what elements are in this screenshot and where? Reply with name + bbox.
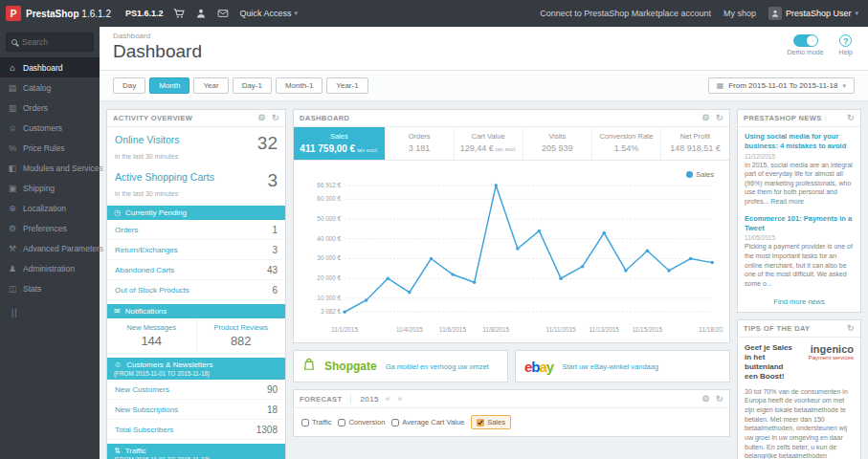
- svg-text:11/18/201: 11/18/201: [699, 326, 723, 333]
- online-visitors-link[interactable]: Online Visitors: [115, 134, 180, 145]
- new-messages-cell[interactable]: New Messages 144: [107, 318, 197, 353]
- page-title: Dashboard: [113, 41, 855, 62]
- kpi-value: 411 759,00 €: [300, 143, 355, 154]
- my-shop-link[interactable]: My shop: [723, 9, 756, 18]
- new-subscriptions-link[interactable]: New Subscriptions: [115, 405, 178, 414]
- kpi-visits[interactable]: Visits 205 939: [523, 127, 592, 160]
- sidebar-item-stats[interactable]: ◫Stats: [0, 278, 100, 298]
- sidebar-item-advanced-parameters[interactable]: ⚒Advanced Parameters: [0, 238, 100, 258]
- sidebar-item-price-rules[interactable]: %Price Rules: [0, 138, 100, 158]
- main-area: Dashboard Dashboard Demo mode ? Help Day…: [100, 27, 868, 459]
- range-button-month[interactable]: Month: [149, 77, 189, 94]
- refresh-icon[interactable]: ↻: [847, 324, 855, 333]
- refresh-icon[interactable]: ↻: [716, 114, 723, 122]
- kpi-conversion-rate[interactable]: Conversion Rate 1.54%: [592, 127, 661, 160]
- sidebar-item-shipping[interactable]: ▣Shipping: [0, 178, 100, 198]
- kpi-label: Cart Value: [456, 132, 521, 141]
- sidebar-item-orders[interactable]: ▥Orders: [0, 98, 100, 118]
- kpi-net-profit[interactable]: Net Profit 148 918,51 €: [661, 127, 729, 160]
- next-year-icon[interactable]: »: [397, 394, 402, 404]
- forecast-toggle-traffic[interactable]: Traffic: [301, 418, 331, 426]
- sidebar-collapse-button[interactable]: ||: [0, 298, 100, 327]
- range-button-month-1[interactable]: Month-1: [276, 77, 323, 94]
- traffic-checkbox[interactable]: [301, 419, 309, 426]
- user-menu[interactable]: PrestaShop User ▾: [768, 7, 858, 20]
- search-input[interactable]: [22, 37, 83, 47]
- active-carts-link[interactable]: Active Shopping Carts: [115, 171, 214, 183]
- find-more-news-link[interactable]: Find more news: [738, 292, 860, 312]
- sidebar-item-localization[interactable]: ⊕Localization: [0, 198, 100, 218]
- product-reviews-cell[interactable]: Product Reviews 882: [197, 318, 286, 353]
- shopgate-ad[interactable]: Shopgate Ga mobiel en verhoog uw omzet: [293, 350, 508, 382]
- help-label: Help: [839, 49, 853, 55]
- pending-orders-link[interactable]: Orders: [115, 226, 138, 234]
- refresh-icon[interactable]: ↻: [847, 114, 855, 122]
- legend-dot-icon: [686, 171, 693, 178]
- forecast-toggle-average-cart-value[interactable]: Average Cart Value: [391, 418, 464, 426]
- sidebar-item-preferences[interactable]: ⚙Preferences: [0, 218, 100, 238]
- total-subscribers-row: Total Subscribers1308: [107, 420, 285, 440]
- svg-text:11/1/2015: 11/1/2015: [331, 326, 358, 333]
- active-carts-metric: Active Shopping Carts 3: [107, 164, 285, 189]
- sidebar-item-catalog[interactable]: ▤Catalog: [0, 77, 100, 98]
- conversion-checkbox[interactable]: [338, 419, 345, 426]
- forecast-panel: Forecast 2015 « » ⚙ ↻ Traffic Conversion: [293, 389, 730, 437]
- activity-panel-title: Activity overview: [113, 114, 192, 122]
- logo-version: 1.6.1.2: [81, 9, 111, 19]
- average-cart-value-checkbox[interactable]: [391, 419, 399, 426]
- prestashop-logo-icon: P: [6, 6, 21, 21]
- refresh-icon[interactable]: ↻: [716, 395, 723, 404]
- svg-text:11/11/2015: 11/11/2015: [546, 326, 576, 333]
- marketplace-link[interactable]: Connect to PrestaShop Marketplace accoun…: [540, 9, 711, 18]
- chevron-down-icon: ▾: [295, 10, 299, 17]
- sidebar-item-dashboard[interactable]: ⌂Dashboard: [0, 57, 100, 77]
- pending-returns-link[interactable]: Return/Exchanges: [115, 246, 178, 254]
- messages-notifications-icon[interactable]: [217, 8, 229, 19]
- gear-icon[interactable]: ⚙: [702, 114, 710, 122]
- quick-access-menu[interactable]: Quick Access ▾: [239, 9, 298, 18]
- ebay-ad-link[interactable]: Start uw eBay-winkel vandaag: [562, 362, 658, 371]
- gear-icon[interactable]: ⚙: [702, 395, 710, 404]
- refresh-icon[interactable]: ↻: [272, 114, 279, 122]
- kpi-label: Orders: [388, 132, 452, 141]
- pending-section-header: ◷Currently Pending: [107, 206, 285, 220]
- prestashop-admin-screen: P PrestaShop 1.6.1.2 PS1.6.1.2 Quick Acc…: [0, 0, 868, 459]
- new-messages-label: New Messages: [111, 323, 192, 332]
- gear-icon[interactable]: ⚙: [258, 114, 266, 122]
- svg-text:10 000 €: 10 000 €: [317, 295, 341, 301]
- demo-mode-control[interactable]: Demo mode: [787, 34, 823, 55]
- out-of-stock-link[interactable]: Out of Stock Products: [115, 286, 189, 295]
- sidebar-item-customers[interactable]: ☺Customers: [0, 118, 100, 138]
- sidebar-item-modules[interactable]: ◧Modules and Services: [0, 158, 100, 178]
- demo-mode-toggle[interactable]: [793, 34, 818, 47]
- total-subscribers-link[interactable]: Total Subscribers: [115, 426, 173, 434]
- kpi-sales[interactable]: Sales 411 759,00 €tax excl.: [294, 127, 386, 160]
- orders-notifications-icon[interactable]: [173, 8, 185, 19]
- customers-notifications-icon[interactable]: [195, 8, 207, 19]
- shopgate-ad-link[interactable]: Ga mobiel en verhoog uw omzet: [386, 362, 489, 371]
- date-range-picker[interactable]: ▦ From 2015-11-01 To 2015-11-18 ▾: [708, 77, 855, 94]
- range-button-year-1[interactable]: Year-1: [326, 77, 367, 94]
- prestashop-logo[interactable]: P PrestaShop 1.6.1.2: [0, 0, 115, 27]
- abandoned-carts-link[interactable]: Abandoned Carts: [115, 266, 174, 274]
- new-customers-row: New Customers90: [107, 380, 285, 400]
- sales-checkbox[interactable]: [477, 419, 484, 426]
- previous-year-icon[interactable]: «: [386, 394, 390, 404]
- customers-section-range: (FROM 2015-11-01 TO 2015-11-18): [114, 370, 278, 377]
- range-button-day[interactable]: Day: [113, 77, 145, 94]
- kpi-cart-value[interactable]: Cart Value 129,44 €tax excl.: [455, 127, 523, 160]
- forecast-toggle-sales[interactable]: Sales: [471, 415, 511, 429]
- forecast-toggle-conversion[interactable]: Conversion: [338, 418, 385, 426]
- range-button-year[interactable]: Year: [193, 77, 228, 94]
- news-item-title[interactable]: Ecommerce 101: Payments in a Tweet: [745, 214, 854, 233]
- ebay-ad[interactable]: ebay Start uw eBay-winkel vandaag: [515, 350, 730, 382]
- new-customers-link[interactable]: New Customers: [115, 385, 169, 394]
- sidebar-search[interactable]: [6, 33, 94, 52]
- range-button-day-1[interactable]: Day-1: [233, 77, 272, 94]
- kpi-orders[interactable]: Orders 3 181: [386, 127, 455, 160]
- sidebar-item-administration[interactable]: ♟Administration: [0, 258, 100, 278]
- help-icon[interactable]: ?: [839, 34, 852, 47]
- help-control[interactable]: ? Help: [839, 34, 853, 55]
- read-more-link[interactable]: Read more: [770, 198, 804, 205]
- news-item-title[interactable]: Using social media for your business: 4 …: [745, 132, 854, 151]
